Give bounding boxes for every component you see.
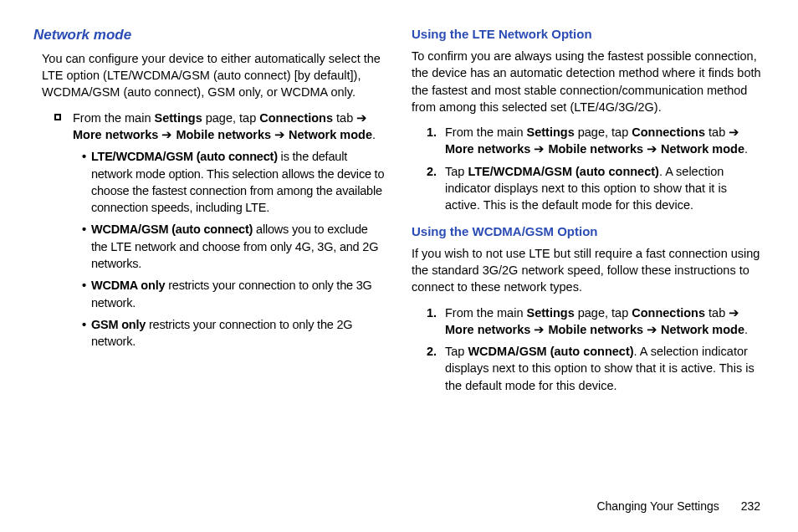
step-number: 2. — [427, 343, 445, 394]
page-number: 232 — [741, 499, 760, 513]
text: From the main — [445, 306, 527, 320]
text: Network mode — [661, 142, 744, 156]
text: LTE/WCDMA/GSM (auto connect) — [468, 165, 659, 178]
text: tab — [705, 125, 729, 139]
text: . — [744, 142, 748, 156]
text: From the main — [445, 125, 527, 139]
text: Network mode — [289, 128, 372, 141]
option-gsm-only: • GSM only restricts your connection to … — [82, 316, 386, 350]
text: Connections — [632, 125, 705, 139]
bullet-icon: • — [82, 316, 86, 350]
arrow-icon: ➔ — [534, 323, 545, 336]
arrow-icon: ➔ — [274, 128, 285, 141]
text: Connections — [632, 306, 705, 320]
footer-title: Changing Your Settings — [596, 499, 719, 513]
text: Mobile networks — [548, 323, 643, 336]
text: page, tap — [575, 125, 632, 139]
text: More networks — [445, 323, 530, 336]
text: More networks — [445, 142, 530, 156]
arrow-icon: ➔ — [647, 142, 657, 156]
text: GSM only — [91, 318, 146, 331]
text: Tap — [445, 345, 468, 358]
arrow-icon: ➔ — [729, 306, 739, 320]
wcdma-step-1: 1. From the main Settings page, tap Conn… — [427, 304, 765, 339]
text: tab — [333, 111, 356, 125]
option-wcdma-only: • WCDMA only restricts your connection t… — [82, 277, 386, 311]
text: More networks — [73, 128, 158, 141]
text: page, tap — [202, 111, 260, 125]
bullet-icon: • — [82, 148, 86, 216]
text: Network mode — [661, 323, 744, 336]
text: tab — [705, 306, 729, 320]
left-column: Network mode You can configure your devi… — [33, 25, 386, 397]
text: . — [744, 323, 748, 336]
text: Settings — [527, 306, 575, 320]
lte-paragraph: To confirm you are always using the fast… — [412, 48, 765, 115]
right-column: Using the LTE Network Option To confirm … — [412, 25, 765, 397]
lte-step-2: 2. Tap LTE/WCDMA/GSM (auto connect). A s… — [427, 163, 765, 214]
heading-wcdma-option: Using the WCDMA/GSM Option — [412, 223, 765, 240]
text: Tap — [445, 165, 468, 178]
arrow-icon: ➔ — [534, 142, 545, 156]
arrow-icon: ➔ — [356, 111, 367, 125]
main-step: From the main Settings page, tap Connect… — [54, 110, 386, 144]
text: Connections — [259, 111, 333, 125]
text: LTE/WCDMA/GSM (auto connect) — [91, 150, 278, 163]
step-number: 2. — [427, 163, 445, 214]
text: page, tap — [575, 306, 632, 320]
wcdma-step-2: 2. Tap WCDMA/GSM (auto connect). A selec… — [427, 343, 765, 394]
step-number: 1. — [427, 304, 445, 339]
bullet-icon: • — [82, 221, 86, 272]
square-bullet-icon — [54, 114, 61, 120]
option-lte-wcdma-gsm: • LTE/WCDMA/GSM (auto connect) is the de… — [82, 148, 386, 216]
text: From the main — [73, 111, 155, 125]
option-wcdma-gsm: • WCDMA/GSM (auto connect) allows you to… — [82, 221, 386, 272]
arrow-icon: ➔ — [729, 125, 739, 139]
step-number: 1. — [427, 124, 445, 158]
arrow-icon: ➔ — [647, 323, 657, 336]
text: . — [372, 128, 376, 141]
intro-paragraph: You can configure your device to either … — [42, 50, 386, 101]
heading-network-mode: Network mode — [33, 25, 386, 45]
wcdma-paragraph: If you wish to not use LTE but still req… — [412, 245, 765, 296]
text: WCDMA only — [91, 279, 165, 292]
text: Settings — [527, 125, 575, 139]
text: Mobile networks — [176, 128, 271, 141]
heading-lte-option: Using the LTE Network Option — [412, 25, 765, 43]
arrow-icon: ➔ — [161, 128, 172, 141]
text: WCDMA/GSM (auto connect) — [91, 223, 253, 236]
page-footer: Changing Your Settings 232 — [596, 499, 760, 515]
lte-step-1: 1. From the main Settings page, tap Conn… — [427, 124, 765, 158]
text: WCDMA/GSM (auto connect) — [468, 345, 633, 358]
text: Mobile networks — [548, 142, 643, 156]
bullet-icon: • — [82, 277, 86, 311]
text: Settings — [155, 111, 202, 125]
